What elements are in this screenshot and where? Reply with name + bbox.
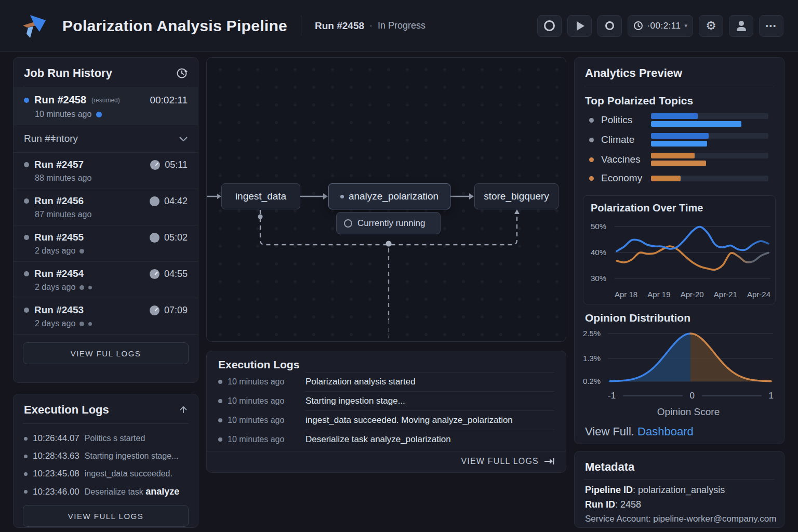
node-label: ingest_data — [235, 191, 286, 202]
ellipsis-icon: ••• — [766, 21, 777, 30]
topic-bars — [651, 176, 768, 181]
log-message: Politics s started — [85, 434, 145, 443]
run-row[interactable]: Run #245705:1188 minutes ago — [14, 153, 198, 189]
clock-status-icon — [150, 269, 159, 279]
run-ago-text: 2 days ago — [35, 283, 75, 292]
job-run-history-panel: Job Run History Run #2458 (resumed) 00:0… — [13, 57, 198, 383]
header-run-separator: · — [369, 20, 373, 31]
play-button[interactable] — [567, 15, 592, 37]
dist-chart-title: Opinion Distribution — [575, 304, 784, 326]
log-message: Starting ingestion stage... — [85, 451, 179, 461]
log-time: 10:23:45.08 — [33, 469, 79, 479]
chevron-down-icon: ▾ — [684, 22, 687, 29]
run-row[interactable]: Run #245505:022 days ago — [14, 225, 198, 262]
log-ago: 10 minutes ago — [228, 377, 284, 387]
settings-button[interactable]: ⚙ — [699, 15, 723, 37]
topic-dot-icon — [589, 138, 594, 142]
timer-dropdown[interactable]: ·00:2:11 ▾ — [628, 15, 693, 37]
x-tick: Apr-24 — [747, 290, 770, 299]
user-button[interactable] — [729, 15, 753, 37]
run-status-dot — [24, 162, 29, 167]
run-ago: 2 days ago — [35, 283, 188, 292]
run-row-line1: Run #245604:42 — [24, 195, 188, 207]
run-ago: 88 minutes ago — [35, 174, 188, 183]
header-run-label: Run #2458 — [315, 20, 364, 32]
stop-button[interactable] — [537, 15, 562, 37]
link-accent: Dashboard — [637, 425, 694, 438]
topic-label: Politics — [601, 114, 651, 126]
view-full-logs-button[interactable]: VIEW FUL LOGS — [23, 342, 189, 364]
current-run-row[interactable]: Run #2458 (resumed) 00:02:11 10 minutes … — [14, 87, 198, 125]
view-full-dashboard-link[interactable]: View Full. Dashboard — [575, 418, 784, 446]
log-message: ingest_data succeeded. — [85, 469, 172, 478]
run-row-line1: Run #245505:02 — [24, 232, 188, 243]
y-tick: 1.3% — [583, 354, 604, 363]
run-row[interactable]: Run #245604:4287 minutes ago — [14, 189, 198, 225]
node-store-bigquery[interactable]: store_bigquery — [474, 183, 558, 209]
run-row-right: 04:55 — [150, 269, 188, 280]
axis-line — [702, 395, 761, 396]
analytics-preview-panel: Analytics Preview Top Polarized Topics P… — [574, 57, 784, 444]
current-run-id: Run #2458 — [34, 94, 86, 106]
user-icon — [736, 21, 747, 31]
log-row-left: 10 minutes ago — [218, 377, 305, 387]
bar-fill — [651, 153, 695, 158]
more-button[interactable]: ••• — [759, 15, 783, 37]
view-full-logs-link[interactable]: VIEW FULL LOGS — [207, 451, 566, 471]
app-header: Polarization Analysis Pipeline Run #2458… — [0, 0, 798, 52]
topic-bars — [651, 133, 768, 147]
log-list: 10:26:44.07Politics s started10:28:43.63… — [14, 424, 198, 497]
run-history-subheader[interactable]: Run #ǂntory — [14, 125, 198, 153]
clock-status-icon — [150, 160, 160, 170]
run-status-dot — [24, 235, 29, 240]
log-ago: 10 minutes ago — [228, 396, 284, 406]
log-row: 10:26:44.07Politics s started — [24, 433, 188, 444]
x-axis-labels: Apr 18Apr 19Apr-20Apr-21Apr-24 — [615, 290, 770, 299]
run-history-subtitle: Run #ǂntory — [24, 133, 78, 144]
run-status-dot — [24, 98, 29, 103]
progress-dot-icon — [96, 112, 102, 117]
run-row[interactable]: Run #245404:552 days ago — [14, 262, 198, 298]
node-label: store_bigquery — [484, 191, 549, 202]
view-full-logs-label: VIEW FULL LOGS — [461, 457, 539, 466]
log-time: 10:28:43.63 — [33, 451, 79, 461]
header-divider — [301, 16, 301, 36]
history-refresh-icon[interactable] — [176, 68, 188, 79]
view-full-logs-button[interactable]: VIEW FULL LOGS — [23, 505, 189, 527]
topic-label: Economy — [601, 172, 651, 184]
bar-track — [651, 141, 768, 147]
log-row-left: 10 minutes ago — [218, 435, 305, 444]
run-duration: 07:09 — [164, 305, 188, 316]
bar-fill — [651, 141, 707, 147]
page-title: Polarization Analysis Pipeline — [62, 17, 287, 35]
line-chart: 50% 40% 30% — [591, 218, 768, 287]
node-ingest-data[interactable]: ingest_data — [221, 183, 300, 209]
log-dot-icon — [218, 437, 222, 442]
chevron-up-icon[interactable] — [179, 406, 188, 414]
log-dot-icon — [218, 418, 222, 422]
currently-running-tooltip: Currently running — [336, 212, 441, 234]
distribution-chart: 2.5% 1.3% 0.2% — [583, 328, 774, 387]
run-duration: 05:02 — [164, 232, 188, 243]
timer-value: ·00:2:11 — [647, 21, 681, 31]
topic-dot-icon — [589, 157, 594, 162]
topic-dot-icon — [589, 176, 594, 181]
run-id: Run #2455 — [34, 232, 84, 243]
log-row: 10 minutes agoStarting ingestion stage..… — [218, 391, 554, 410]
topics-title: Top Polarized Topics — [575, 87, 784, 113]
log-message: Deserialize task analyze — [85, 486, 179, 497]
topic-row: Economy — [589, 172, 768, 184]
log-ago: 10 minutes ago — [228, 416, 284, 425]
record-button[interactable] — [597, 15, 622, 37]
metadata-label: Run ID — [585, 499, 615, 510]
run-row-line1: Run #245307:09 — [24, 304, 188, 316]
x-tick: Apr 18 — [615, 290, 637, 299]
node-analyze-polarization[interactable]: analyze_polarization — [328, 183, 450, 209]
log-row: 10:28:43.63Starting ingestion stage... — [24, 451, 188, 461]
x-tick: Apr 19 — [647, 290, 670, 299]
x-tick: -1 — [608, 391, 616, 401]
run-row[interactable]: Run #245307:092 days ago — [14, 298, 198, 335]
log-list: 10 minutes agoPolarization analysis star… — [207, 371, 566, 449]
log-row: 10 minutes agoPolarization analysis star… — [218, 372, 554, 391]
run-row-line1: Run #245705:11 — [24, 159, 188, 170]
